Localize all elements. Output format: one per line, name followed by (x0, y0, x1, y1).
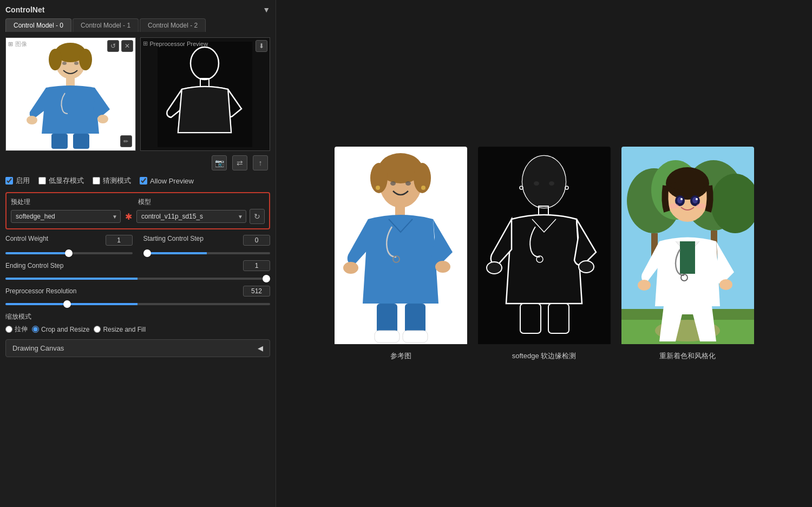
refresh-image-btn[interactable]: ↺ (107, 40, 119, 52)
right-panel: 参考图 (276, 0, 812, 507)
model-select-wrapper: control_v11p_sd15_s none ▼ (136, 210, 246, 223)
zoom-fill-item[interactable]: Resize and Fill (94, 326, 146, 333)
svg-rect-29 (405, 304, 425, 333)
zoom-stretch-item[interactable]: 拉伸 (5, 325, 28, 334)
starting-step-value[interactable] (243, 235, 270, 246)
control-weight-slider[interactable] (5, 252, 133, 254)
tab-control-model-1[interactable]: Control Model - 1 (73, 18, 139, 32)
model-section-label: 模型 (138, 197, 265, 207)
guess-mode-checkbox[interactable] (93, 177, 100, 185)
zoom-fill-label: Resize and Fill (103, 326, 146, 333)
edit-image-btn[interactable]: ✏ (120, 135, 132, 147)
zoom-crop-item[interactable]: Crop and Resize (32, 326, 89, 333)
upload-btn[interactable]: ↑ (253, 155, 268, 170)
zoom-stretch-radio[interactable] (5, 326, 12, 333)
ending-step-group: Ending Control Step (5, 260, 270, 281)
svg-point-9 (97, 115, 108, 123)
model-refresh-btn[interactable]: ↻ (250, 209, 265, 224)
zoom-crop-label: Crop and Resize (41, 326, 89, 333)
svg-rect-11 (73, 134, 89, 149)
preproc-res-slider[interactable] (5, 303, 270, 305)
two-sliders-row: Control Weight Starting Control Step (5, 235, 270, 256)
model-tabs: Control Model - 0 Control Model - 1 Cont… (5, 18, 270, 32)
reference-image (335, 147, 467, 346)
svg-point-6 (74, 62, 78, 65)
enable-checkbox[interactable] (5, 177, 13, 185)
svg-point-4 (79, 49, 92, 70)
swap-btn[interactable]: ⇄ (232, 155, 247, 170)
svg-point-56 (638, 280, 651, 291)
ending-step-slider[interactable] (5, 278, 270, 280)
panel-collapse-arrow[interactable]: ▼ (263, 5, 270, 14)
ending-step-label-row: Ending Control Step (5, 260, 270, 271)
starting-step-group: Starting Control Step (143, 235, 271, 256)
preprocessor-select[interactable]: softedge_hed none canny depth (11, 210, 121, 223)
enable-checkbox-item[interactable]: 启用 (5, 176, 30, 186)
svg-rect-28 (377, 304, 397, 333)
tab-control-model-2[interactable]: Control Model - 2 (140, 18, 206, 32)
zoom-crop-radio[interactable] (32, 326, 39, 333)
ending-step-value[interactable] (243, 260, 270, 271)
image-label: ⊞ 图像 (8, 40, 27, 48)
svg-point-35 (534, 181, 539, 186)
starting-step-slider[interactable] (143, 252, 271, 254)
preproc-res-label: Preprocessor Resolution (5, 287, 76, 295)
svg-point-65 (696, 198, 698, 200)
allow-preview-checkbox-item[interactable]: Allow Preview (140, 177, 194, 185)
panel-title: ControlNet (5, 5, 44, 14)
svg-point-22 (376, 186, 380, 190)
svg-point-25 (343, 262, 358, 274)
image-controls: ↺ ✕ (107, 40, 133, 52)
control-weight-label: Control Weight (5, 235, 48, 246)
softedge-image (478, 147, 611, 346)
tab-control-model-0[interactable]: Control Model - 0 (5, 18, 71, 32)
preprocessor-preview-image (141, 38, 270, 150)
preprocessor-preview-label: ⊞ Preprocessor Preview (143, 40, 208, 47)
stylized-image (621, 147, 754, 346)
result-item-reference: 参考图 (335, 147, 467, 361)
preproc-res-label-row: Preprocessor Resolution (5, 286, 270, 297)
nurse-image (6, 38, 135, 150)
preproc-res-value[interactable] (243, 286, 270, 297)
model-row-labels: 预处理 模型 (11, 197, 265, 207)
svg-point-23 (421, 186, 425, 190)
panel-header: ControlNet ▼ (5, 5, 270, 14)
zoom-stretch-label: 拉伸 (15, 325, 28, 334)
allow-preview-checkbox[interactable] (140, 177, 147, 185)
svg-point-63 (692, 197, 698, 203)
svg-point-64 (680, 198, 683, 200)
ending-step-label: Ending Control Step (5, 262, 63, 269)
svg-point-66 (669, 203, 679, 209)
reference-label: 参考图 (390, 351, 411, 361)
zoom-mode-radio-group: 拉伸 Crop and Resize Resize and Fill (5, 325, 270, 334)
drawing-canvas-row[interactable]: Drawing Canvas ◀ (5, 339, 270, 357)
drawing-canvas-arrow: ◀ (258, 344, 263, 352)
image-row: ⊞ 图像 ↺ ✕ (5, 37, 270, 151)
low-vram-checkbox-item[interactable]: 低显存模式 (38, 176, 84, 186)
star-button[interactable]: ✱ (124, 212, 133, 222)
preprocessor-label: 预处理 (11, 197, 138, 207)
model-controls: softedge_hed none canny depth ▼ ✱ contro… (11, 209, 265, 224)
stylized-label: 重新着色和风格化 (659, 351, 716, 361)
svg-point-21 (405, 181, 411, 186)
model-select[interactable]: control_v11p_sd15_s none (136, 210, 246, 223)
svg-point-3 (49, 49, 62, 70)
control-weight-value[interactable] (106, 235, 133, 246)
download-preprocessor-btn[interactable]: ⬇ (256, 40, 267, 52)
preprocessor-select-wrapper: softedge_hed none canny depth ▼ (11, 210, 121, 223)
svg-point-34 (522, 156, 566, 208)
camera-btn[interactable]: 📷 (212, 155, 227, 170)
drawing-canvas-label: Drawing Canvas (12, 344, 64, 352)
results-grid: 参考图 (335, 147, 754, 361)
checkbox-row: 启用 低显存模式 猜测模式 Allow Preview (5, 176, 270, 186)
low-vram-checkbox[interactable] (38, 177, 46, 185)
original-image-box: ⊞ 图像 ↺ ✕ (5, 37, 136, 151)
svg-rect-55 (680, 241, 695, 274)
svg-point-5 (62, 62, 67, 65)
close-image-btn[interactable]: ✕ (121, 40, 133, 52)
guess-mode-checkbox-item[interactable]: 猜测模式 (93, 176, 131, 186)
preprocessor-resolution-group: Preprocessor Resolution (5, 286, 270, 307)
zoom-fill-radio[interactable] (94, 326, 101, 333)
svg-point-26 (435, 261, 450, 273)
zoom-mode-section: 缩放模式 拉伸 Crop and Resize Resize and Fill (5, 312, 270, 334)
